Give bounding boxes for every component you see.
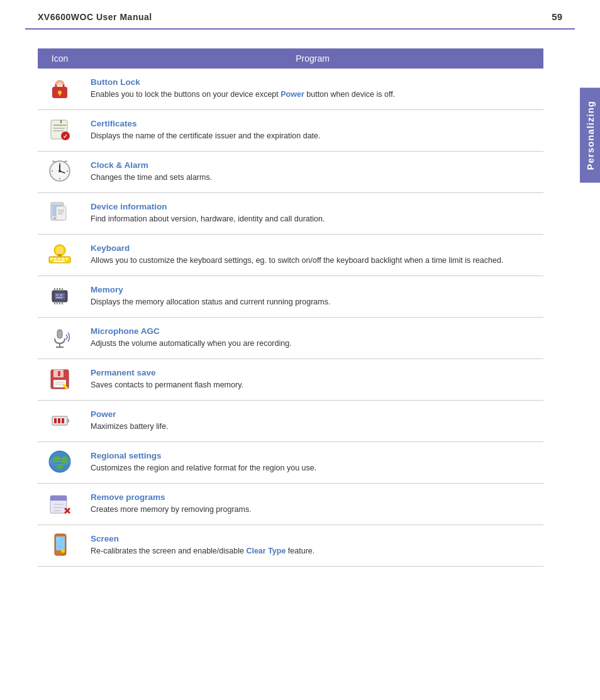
svg-rect-33	[65, 258, 68, 260]
clock-alarm-icon	[47, 158, 73, 184]
svg-point-4	[55, 80, 64, 86]
microphone-agc-icon	[47, 324, 73, 350]
svg-point-36	[56, 247, 64, 254]
icon-button-lock	[38, 69, 82, 110]
table-row: Device informationFind information about…	[38, 193, 543, 235]
table-row: PowerMaximizes battery life.	[38, 401, 543, 442]
program-device-information: Device informationFind information about…	[82, 193, 543, 235]
program-remove-programs: Remove programsCreates more memory by re…	[82, 484, 543, 525]
program-name-clock-alarm: Clock & Alarm	[91, 160, 535, 170]
program-desc-keyboard: Allows you to customize the keyboard set…	[91, 255, 535, 266]
program-desc-memory: Displays the memory allocation status an…	[91, 296, 535, 308]
program-name-screen: Screen	[91, 534, 535, 543]
keyboard-icon	[47, 241, 73, 267]
table-row: Remove programsCreates more memory by re…	[38, 484, 543, 525]
icon-regional-settings	[38, 442, 82, 484]
col-icon: Icon	[38, 48, 82, 69]
certificates-icon: ✓	[47, 116, 73, 143]
svg-rect-63	[58, 418, 60, 423]
svg-rect-39	[57, 288, 58, 291]
program-table: Icon Program Button LockEnables you to l…	[38, 48, 543, 567]
power-icon	[47, 407, 73, 433]
svg-point-16	[58, 170, 61, 172]
program-desc-device-information: Find information about version, hardware…	[91, 213, 535, 225]
main-content: Icon Program Button LockEnables you to l…	[38, 48, 543, 567]
table-row: Regional settingsCustomizes the region a…	[38, 442, 543, 484]
icon-device-information	[38, 193, 82, 235]
program-desc-clock-alarm: Changes the time and sets alarms.	[91, 172, 535, 183]
program-desc-microphone-agc: Adjusts the volume automatically when yo…	[91, 338, 535, 349]
svg-rect-55	[58, 371, 60, 376]
svg-rect-44	[59, 301, 60, 304]
svg-rect-32	[62, 258, 64, 260]
svg-rect-47	[56, 294, 58, 296]
program-certificates: CertificatesDisplays the name of the cer…	[82, 110, 543, 152]
svg-rect-62	[54, 418, 57, 423]
program-desc-button-lock: Enables you to lock the buttons on your …	[91, 89, 535, 100]
svg-rect-38	[54, 288, 55, 291]
svg-rect-50	[57, 330, 62, 338]
icon-power	[38, 401, 82, 442]
svg-rect-31	[58, 258, 60, 260]
icon-screen	[38, 525, 82, 567]
side-tab: Personalizing	[580, 88, 600, 183]
svg-point-81	[61, 549, 65, 553]
program-name-regional-settings: Regional settings	[91, 451, 535, 460]
header-title: XV6600WOC User Manual	[38, 12, 152, 22]
icon-microphone-agc	[38, 318, 82, 359]
program-desc-certificates: Displays the name of the certificate iss…	[91, 130, 535, 142]
svg-rect-41	[62, 288, 63, 291]
table-header-row: Icon Program	[38, 48, 543, 69]
table-row: Microphone AGCAdjusts the volume automat…	[38, 318, 543, 359]
program-power: PowerMaximizes battery life.	[82, 401, 543, 442]
svg-rect-43	[57, 301, 58, 304]
table-row: Clock & AlarmChanges the time and sets a…	[38, 152, 543, 193]
icon-clock-alarm	[38, 152, 82, 193]
svg-rect-45	[62, 301, 63, 304]
program-name-button-lock: Button Lock	[91, 77, 535, 87]
svg-rect-48	[60, 294, 62, 296]
icon-certificates: ✓	[38, 110, 82, 152]
svg-rect-64	[62, 418, 64, 423]
program-name-memory: Memory	[91, 285, 535, 294]
svg-text:✓: ✓	[63, 133, 68, 140]
icon-keyboard	[38, 235, 82, 276]
program-button-lock: Button LockEnables you to lock the butto…	[82, 69, 543, 110]
svg-rect-40	[59, 288, 60, 291]
svg-rect-42	[54, 301, 55, 304]
program-regional-settings: Regional settingsCustomizes the region a…	[82, 442, 543, 484]
remove-programs-icon	[47, 490, 73, 516]
svg-rect-61	[67, 419, 69, 423]
program-clock-alarm: Clock & AlarmChanges the time and sets a…	[82, 152, 543, 193]
col-program: Program	[82, 48, 543, 69]
svg-rect-46	[55, 293, 65, 299]
program-desc-remove-programs: Creates more memory by removing programs…	[91, 504, 535, 515]
table-row: MemoryDisplays the memory allocation sta…	[38, 276, 543, 318]
program-memory: MemoryDisplays the memory allocation sta…	[82, 276, 543, 318]
table-row: Button LockEnables you to lock the butto…	[38, 69, 543, 110]
program-name-microphone-agc: Microphone AGC	[91, 326, 535, 336]
program-microphone-agc: Microphone AGCAdjusts the volume automat…	[82, 318, 543, 359]
svg-rect-73	[50, 499, 67, 501]
program-name-keyboard: Keyboard	[91, 243, 535, 253]
table-row: Permanent saveSaves contacts to permanen…	[38, 359, 543, 401]
table-row: ✓ CertificatesDisplays the name of the c…	[38, 110, 543, 152]
program-desc-power: Maximizes battery life.	[91, 421, 535, 432]
program-desc-permanent-save: Saves contacts to permanent flash memory…	[91, 379, 535, 391]
memory-icon	[47, 282, 73, 309]
page-header: XV6600WOC User Manual 59	[0, 0, 600, 28]
program-name-power: Power	[91, 409, 535, 419]
svg-rect-30	[54, 258, 57, 260]
program-permanent-save: Permanent saveSaves contacts to permanen…	[82, 359, 543, 401]
permanent-save-icon	[47, 365, 73, 392]
program-desc-screen: Re-calibrates the screen and enable/disa…	[91, 545, 535, 557]
program-name-device-information: Device information	[91, 202, 535, 211]
svg-rect-24	[56, 206, 66, 220]
page-number: 59	[552, 11, 562, 22]
icon-remove-programs	[38, 484, 82, 525]
svg-rect-49	[56, 297, 62, 298]
button-lock-icon	[47, 75, 73, 101]
header-divider	[25, 28, 575, 30]
svg-rect-34	[53, 260, 65, 262]
regional-settings-icon	[47, 448, 73, 475]
